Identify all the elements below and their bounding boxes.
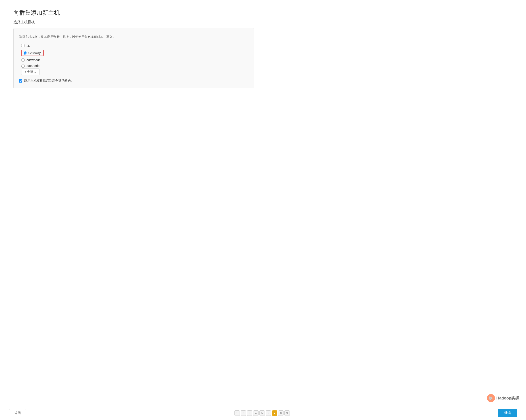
page-dot-3[interactable]: 3 (247, 410, 252, 416)
radio-none[interactable] (21, 44, 25, 47)
radio-label-cdswnode: cdswnode (27, 58, 40, 62)
pagination: 123456789 (234, 410, 290, 416)
continue-label: 继续 (504, 411, 511, 415)
radio-item-none[interactable]: 无 (21, 43, 249, 48)
page-dot-9[interactable]: 9 (284, 410, 290, 416)
page-dot-6[interactable]: 6 (266, 410, 271, 416)
radio-cdswnode[interactable] (21, 58, 25, 62)
radio-item-cdswnode[interactable]: cdswnode (21, 58, 249, 62)
bottom-bar: 返回 123456789 继续 (0, 406, 526, 420)
auto-start-checkbox[interactable] (19, 79, 22, 82)
radio-gateway[interactable] (23, 51, 27, 55)
checkbox-label: 应用主机模板后启动新创建的角色。 (24, 79, 74, 83)
card-description: 选择主机模板，将其应用到新主机上，以便使用角色实例对其。写入。 (19, 35, 249, 39)
page-container: 向群集添加新主机 选择主机模板 选择主机模板，将其应用到新主机上，以便使用角色实… (0, 0, 268, 102)
watermark: 🐘 Hadoop实操 (487, 394, 519, 402)
continue-button[interactable]: 继续 (498, 409, 517, 417)
back-button[interactable]: 返回 (9, 409, 26, 417)
create-button-label: + 创建... (25, 70, 36, 74)
page-dot-8[interactable]: 8 (278, 410, 283, 416)
page-dot-1[interactable]: 1 (234, 410, 240, 416)
section-title: 选择主机模板 (13, 20, 254, 25)
gateway-highlight-box: Gateway (21, 50, 44, 56)
watermark-icon: 🐘 (487, 394, 495, 402)
page-title: 向群集添加新主机 (13, 9, 254, 17)
radio-datanode[interactable] (21, 64, 25, 68)
checkbox-row: 应用主机模板后启动新创建的角色。 (19, 79, 249, 83)
page-dot-4[interactable]: 4 (253, 410, 259, 416)
page-dot-5[interactable]: 5 (259, 410, 265, 416)
radio-item-gateway[interactable]: Gateway (21, 50, 249, 56)
page-dot-2[interactable]: 2 (241, 410, 246, 416)
create-template-button[interactable]: + 创建... (21, 69, 40, 75)
radio-label-none: 无 (27, 43, 30, 48)
watermark-text: Hadoop实操 (496, 395, 519, 401)
radio-group: 无 Gateway cdswnode datanode (21, 43, 249, 68)
radio-item-datanode[interactable]: datanode (21, 64, 249, 68)
back-label: 返回 (14, 411, 21, 415)
radio-label-gateway: Gateway (28, 51, 40, 55)
template-card: 选择主机模板，将其应用到新主机上，以便使用角色实例对其。写入。 无 Gatewa… (13, 28, 254, 88)
page-dot-7[interactable]: 7 (272, 410, 277, 416)
radio-label-datanode: datanode (27, 64, 40, 68)
